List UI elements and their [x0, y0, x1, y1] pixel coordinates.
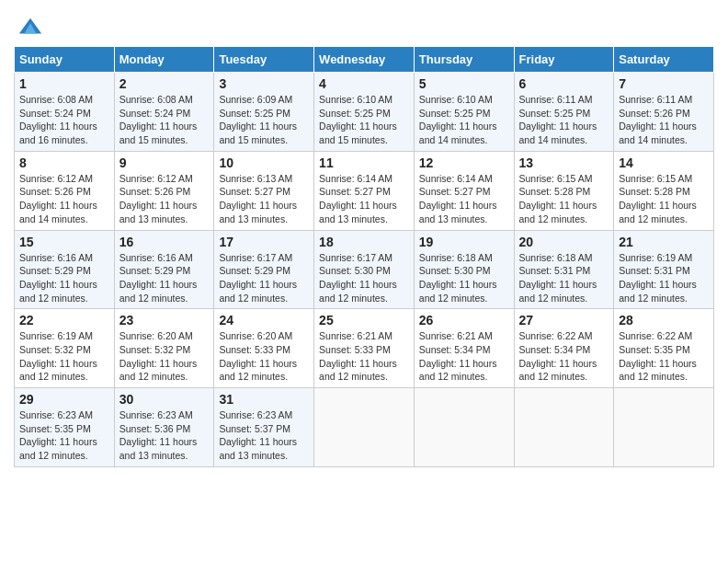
- daylight-text: Daylight: 11 hours and 16 minutes.: [19, 121, 97, 145]
- day-info: Sunrise: 6:10 AM Sunset: 5:25 PM Dayligh…: [319, 93, 409, 147]
- sunrise-text: Sunrise: 6:20 AM: [119, 330, 193, 341]
- calendar-cell: 31 Sunrise: 6:23 AM Sunset: 5:37 PM Dayl…: [214, 388, 314, 467]
- sunrise-text: Sunrise: 6:23 AM: [19, 409, 93, 420]
- daylight-text: Daylight: 11 hours and 12 minutes.: [219, 358, 297, 383]
- daylight-text: Daylight: 11 hours and 13 minutes.: [219, 436, 297, 461]
- sunrise-text: Sunrise: 6:18 AM: [419, 252, 493, 263]
- day-number: 10: [219, 155, 309, 170]
- day-info: Sunrise: 6:12 AM Sunset: 5:26 PM Dayligh…: [119, 172, 210, 226]
- daylight-text: Daylight: 11 hours and 13 minutes.: [119, 200, 198, 224]
- calendar-cell: [614, 388, 714, 467]
- sunset-text: Sunset: 5:33 PM: [319, 344, 391, 355]
- sunset-text: Sunset: 5:25 PM: [419, 108, 491, 119]
- calendar-cell: 29 Sunrise: 6:23 AM Sunset: 5:35 PM Dayl…: [15, 388, 115, 467]
- daylight-text: Daylight: 11 hours and 12 minutes.: [619, 358, 697, 383]
- calendar-cell: 4 Sunrise: 6:10 AM Sunset: 5:25 PM Dayli…: [314, 73, 415, 152]
- sunset-text: Sunset: 5:26 PM: [19, 186, 91, 197]
- column-header-saturday: Saturday: [614, 47, 714, 73]
- day-info: Sunrise: 6:15 AM Sunset: 5:28 PM Dayligh…: [519, 172, 609, 226]
- day-number: 8: [19, 155, 109, 170]
- daylight-text: Daylight: 11 hours and 14 minutes.: [19, 200, 97, 224]
- daylight-text: Daylight: 11 hours and 12 minutes.: [519, 279, 597, 304]
- column-header-sunday: Sunday: [15, 47, 115, 73]
- logo-icon: [17, 15, 43, 40]
- day-number: 12: [419, 155, 509, 170]
- daylight-text: Daylight: 11 hours and 13 minutes.: [219, 200, 297, 224]
- sunrise-text: Sunrise: 6:22 AM: [519, 330, 593, 341]
- calendar-cell: 3 Sunrise: 6:09 AM Sunset: 5:25 PM Dayli…: [214, 73, 314, 152]
- calendar-week-row: 8 Sunrise: 6:12 AM Sunset: 5:26 PM Dayli…: [15, 151, 714, 230]
- day-info: Sunrise: 6:21 AM Sunset: 5:34 PM Dayligh…: [419, 329, 509, 384]
- day-number: 25: [319, 313, 409, 327]
- sunset-text: Sunset: 5:31 PM: [619, 265, 690, 276]
- sunrise-text: Sunrise: 6:23 AM: [219, 409, 292, 420]
- day-info: Sunrise: 6:23 AM Sunset: 5:37 PM Dayligh…: [219, 408, 309, 463]
- daylight-text: Daylight: 11 hours and 12 minutes.: [319, 358, 397, 383]
- calendar-cell: 26 Sunrise: 6:21 AM Sunset: 5:34 PM Dayl…: [414, 309, 514, 388]
- day-number: 15: [19, 235, 109, 249]
- daylight-text: Daylight: 11 hours and 12 minutes.: [519, 200, 597, 224]
- calendar-cell: 2 Sunrise: 6:08 AM Sunset: 5:24 PM Dayli…: [114, 73, 214, 152]
- day-number: 5: [419, 76, 509, 91]
- day-number: 4: [319, 76, 409, 91]
- calendar-cell: 11 Sunrise: 6:14 AM Sunset: 5:27 PM Dayl…: [314, 151, 415, 230]
- day-info: Sunrise: 6:21 AM Sunset: 5:33 PM Dayligh…: [319, 329, 409, 384]
- calendar-cell: 25 Sunrise: 6:21 AM Sunset: 5:33 PM Dayl…: [314, 309, 415, 388]
- calendar-cell: 17 Sunrise: 6:17 AM Sunset: 5:29 PM Dayl…: [214, 230, 314, 309]
- calendar-table: SundayMondayTuesdayWednesdayThursdayFrid…: [14, 46, 714, 467]
- sunrise-text: Sunrise: 6:21 AM: [419, 330, 493, 341]
- day-info: Sunrise: 6:22 AM Sunset: 5:35 PM Dayligh…: [619, 329, 709, 384]
- sunset-text: Sunset: 5:30 PM: [319, 265, 391, 276]
- column-header-tuesday: Tuesday: [214, 47, 314, 73]
- daylight-text: Daylight: 11 hours and 12 minutes.: [319, 279, 397, 304]
- sunset-text: Sunset: 5:32 PM: [119, 344, 191, 355]
- daylight-text: Daylight: 11 hours and 13 minutes.: [319, 200, 397, 224]
- calendar-cell: 18 Sunrise: 6:17 AM Sunset: 5:30 PM Dayl…: [314, 230, 415, 309]
- column-header-thursday: Thursday: [414, 47, 514, 73]
- sunrise-text: Sunrise: 6:21 AM: [319, 330, 392, 341]
- calendar-cell: 14 Sunrise: 6:15 AM Sunset: 5:28 PM Dayl…: [614, 151, 714, 230]
- sunrise-text: Sunrise: 6:08 AM: [119, 94, 193, 105]
- day-number: 6: [519, 76, 609, 91]
- day-info: Sunrise: 6:14 AM Sunset: 5:27 PM Dayligh…: [419, 172, 509, 226]
- calendar-cell: 15 Sunrise: 6:16 AM Sunset: 5:29 PM Dayl…: [15, 230, 115, 309]
- daylight-text: Daylight: 11 hours and 12 minutes.: [119, 279, 198, 304]
- daylight-text: Daylight: 11 hours and 13 minutes.: [419, 200, 497, 224]
- day-info: Sunrise: 6:19 AM Sunset: 5:32 PM Dayligh…: [19, 329, 109, 384]
- sunrise-text: Sunrise: 6:23 AM: [119, 409, 193, 420]
- daylight-text: Daylight: 11 hours and 12 minutes.: [419, 358, 497, 383]
- calendar-cell: 7 Sunrise: 6:11 AM Sunset: 5:26 PM Dayli…: [614, 73, 714, 152]
- daylight-text: Daylight: 11 hours and 12 minutes.: [619, 200, 697, 224]
- sunset-text: Sunset: 5:26 PM: [619, 108, 690, 119]
- sunset-text: Sunset: 5:28 PM: [619, 186, 690, 197]
- sunset-text: Sunset: 5:31 PM: [519, 265, 591, 276]
- day-number: 29: [19, 392, 109, 407]
- day-info: Sunrise: 6:09 AM Sunset: 5:25 PM Dayligh…: [219, 93, 309, 147]
- day-number: 1: [19, 76, 109, 91]
- day-info: Sunrise: 6:17 AM Sunset: 5:29 PM Dayligh…: [219, 251, 309, 305]
- day-info: Sunrise: 6:14 AM Sunset: 5:27 PM Dayligh…: [319, 172, 409, 226]
- sunrise-text: Sunrise: 6:22 AM: [619, 330, 692, 341]
- day-number: 13: [519, 155, 609, 170]
- sunrise-text: Sunrise: 6:12 AM: [19, 173, 93, 184]
- sunrise-text: Sunrise: 6:17 AM: [319, 252, 392, 263]
- day-number: 27: [519, 313, 609, 327]
- day-number: 30: [119, 392, 210, 407]
- sunrise-text: Sunrise: 6:12 AM: [119, 173, 193, 184]
- day-info: Sunrise: 6:08 AM Sunset: 5:24 PM Dayligh…: [119, 93, 210, 147]
- sunset-text: Sunset: 5:35 PM: [19, 423, 91, 434]
- day-info: Sunrise: 6:13 AM Sunset: 5:27 PM Dayligh…: [219, 172, 309, 226]
- sunset-text: Sunset: 5:25 PM: [319, 108, 391, 119]
- day-number: 9: [119, 155, 210, 170]
- daylight-text: Daylight: 11 hours and 12 minutes.: [19, 279, 97, 304]
- daylight-text: Daylight: 11 hours and 15 minutes.: [219, 121, 297, 145]
- day-info: Sunrise: 6:12 AM Sunset: 5:26 PM Dayligh…: [19, 172, 109, 226]
- calendar-cell: 22 Sunrise: 6:19 AM Sunset: 5:32 PM Dayl…: [15, 309, 115, 388]
- day-number: 18: [319, 235, 409, 249]
- calendar-week-row: 22 Sunrise: 6:19 AM Sunset: 5:32 PM Dayl…: [15, 309, 714, 388]
- daylight-text: Daylight: 11 hours and 12 minutes.: [19, 436, 97, 461]
- daylight-text: Daylight: 11 hours and 12 minutes.: [519, 358, 597, 383]
- day-info: Sunrise: 6:20 AM Sunset: 5:33 PM Dayligh…: [219, 329, 309, 384]
- daylight-text: Daylight: 11 hours and 12 minutes.: [219, 279, 297, 304]
- sunset-text: Sunset: 5:29 PM: [219, 265, 290, 276]
